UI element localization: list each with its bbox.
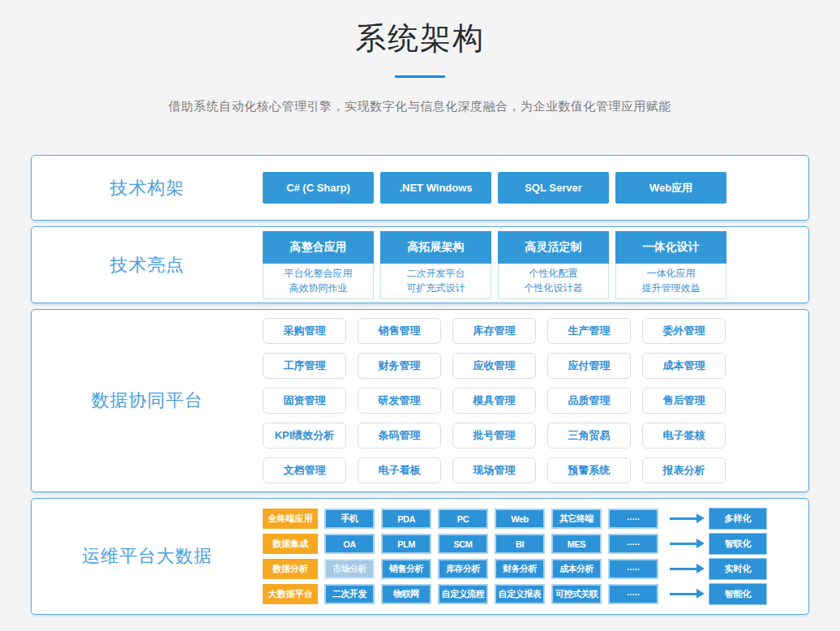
module-chip-kpi[interactable]: KPI绩效分析 <box>263 423 346 449</box>
ops-item: 销售分析 <box>381 559 431 579</box>
ops-rows: 全终端应用 手机 PDA PC Web 其它终端 ····· 多样化 数据集成 … <box>263 508 808 605</box>
ops-item: MES <box>551 534 602 554</box>
section-data-platform: 数据协同平台 采购管理 销售管理 库存管理 生产管理 委外管理 工序管理 财务管… <box>31 309 809 492</box>
highlight-card-title: 高拓展架构 <box>380 231 491 264</box>
ops-result-badge: 智能化 <box>709 583 767 605</box>
ops-item: BI <box>495 534 545 554</box>
module-chip-sales[interactable]: 销售管理 <box>358 318 441 344</box>
tech-highlights-label: 技术亮点 <box>32 253 263 277</box>
highlight-line: 二次开发平台 <box>381 266 491 281</box>
ops-item: 其它终端 <box>551 509 602 529</box>
tech-button-csharp[interactable]: C# (C Sharp) <box>263 172 374 204</box>
ops-item: Web <box>495 509 545 529</box>
highlight-card-body: 个性化配置 个性化设计器 <box>498 264 609 299</box>
highlight-card-title: 一体化设计 <box>615 231 726 264</box>
module-chip-rnd[interactable]: 研发管理 <box>358 388 441 414</box>
tech-button-dotnet[interactable]: .NET Windows <box>380 172 491 204</box>
page-header: 系统架构 借助系统自动化核心管理引擎，实现数字化与信息化深度融合，为企业数值化管… <box>0 0 840 114</box>
highlight-line: 高效协同作业 <box>264 281 373 295</box>
highlight-card-body: 平台化整合应用 高效协同作业 <box>263 264 374 299</box>
module-chip-receivable[interactable]: 应收管理 <box>452 353 536 379</box>
page-subtitle: 借助系统自动化核心管理引擎，实现数字化与信息化深度融合，为企业数值化管理应用赋能 <box>0 99 840 114</box>
module-chip-inventory[interactable]: 库存管理 <box>452 318 536 344</box>
section-ops-platform: 运维平台大数据 全终端应用 手机 PDA PC Web 其它终端 ····· 多… <box>31 498 809 615</box>
highlight-card-body: 二次开发平台 可扩充式设计 <box>380 264 491 299</box>
highlight-card-body: 一体化应用 提升管理效益 <box>615 264 726 299</box>
module-chip-payable[interactable]: 应付管理 <box>547 353 631 379</box>
module-chip-purchase[interactable]: 采购管理 <box>263 318 346 344</box>
module-chip-shopfloor[interactable]: 现场管理 <box>452 457 536 483</box>
ops-item-more: ····· <box>608 534 658 554</box>
ops-item: 自定义流程 <box>438 584 488 604</box>
highlight-line: 平台化整合应用 <box>264 266 373 281</box>
module-chip-report[interactable]: 报表分析 <box>642 457 726 483</box>
module-chip-fixed-assets[interactable]: 固资管理 <box>263 388 346 414</box>
module-chip-outsourcing[interactable]: 委外管理 <box>642 318 726 344</box>
module-chip-quality[interactable]: 品质管理 <box>547 388 631 414</box>
module-chip-batch[interactable]: 批号管理 <box>452 423 536 449</box>
ops-item: SCM <box>438 534 488 554</box>
page-title: 系统架构 <box>0 18 840 59</box>
highlight-line: 个性化设计器 <box>499 281 608 295</box>
title-underline <box>395 75 445 78</box>
module-grid: 采购管理 销售管理 库存管理 生产管理 委外管理 工序管理 财务管理 应收管理 … <box>263 316 808 485</box>
highlight-card-title: 高灵活定制 <box>498 231 609 264</box>
module-chip-document[interactable]: 文档管理 <box>263 457 346 483</box>
module-chip-esign[interactable]: 电子签核 <box>642 423 726 449</box>
section-tech-framework: 技术构架 C# (C Sharp) .NET Windows SQL Serve… <box>31 155 809 221</box>
module-chip-aftersales[interactable]: 售后管理 <box>642 388 726 414</box>
highlight-card: 高整合应用 平台化整合应用 高效协同作业 <box>263 231 374 299</box>
module-chip-process[interactable]: 工序管理 <box>263 353 346 379</box>
highlight-card-title: 高整合应用 <box>263 231 374 264</box>
ops-result-badge: 多样化 <box>709 508 767 530</box>
module-chip-alert[interactable]: 预警系统 <box>547 457 631 483</box>
ops-item: 财务分析 <box>495 559 545 579</box>
module-chip-barcode[interactable]: 条码管理 <box>358 423 441 449</box>
right-arrow-icon <box>670 593 697 595</box>
ops-platform-label: 运维平台大数据 <box>32 544 263 569</box>
ops-item: PC <box>438 509 488 529</box>
module-chip-kanban[interactable]: 电子看板 <box>358 457 441 483</box>
ops-item: 市场分析 <box>324 559 375 579</box>
ops-item-more: ····· <box>608 559 658 579</box>
ops-item: PLM <box>381 534 431 554</box>
tech-button-webapp[interactable]: Web应用 <box>615 172 726 204</box>
sections-container: 技术构架 C# (C Sharp) .NET Windows SQL Serve… <box>31 155 809 615</box>
ops-row-integration: 数据集成 OA PLM SCM BI MES ····· 智联化 <box>263 533 808 555</box>
highlight-card: 高灵活定制 个性化配置 个性化设计器 <box>498 231 609 299</box>
module-chip-mold[interactable]: 模具管理 <box>452 388 536 414</box>
ops-row-bigdata: 大数据平台 二次开发 物联网 自定义流程 自定义报表 可控式关联 ····· 智… <box>263 583 808 605</box>
highlight-card: 一体化设计 一体化应用 提升管理效益 <box>615 231 726 299</box>
tech-framework-row: C# (C Sharp) .NET Windows SQL Server Web… <box>263 172 808 204</box>
module-chip-cost[interactable]: 成本管理 <box>642 353 726 379</box>
ops-item: 物联网 <box>381 584 431 604</box>
tech-button-sqlserver[interactable]: SQL Server <box>498 172 609 204</box>
ops-item-more: ····· <box>608 584 658 604</box>
module-chip-finance[interactable]: 财务管理 <box>358 353 441 379</box>
module-chip-production[interactable]: 生产管理 <box>547 318 631 344</box>
ops-category-badge: 大数据平台 <box>263 584 318 604</box>
highlight-line: 提升管理效益 <box>616 281 726 295</box>
right-arrow-icon <box>670 568 697 570</box>
ops-item: 二次开发 <box>324 584 375 604</box>
module-chip-triangle-trade[interactable]: 三角贸易 <box>547 423 631 449</box>
ops-category-badge: 数据分析 <box>263 559 318 579</box>
ops-result-badge: 实时化 <box>709 558 767 580</box>
ops-item-more: ····· <box>608 509 658 529</box>
ops-result-badge: 智联化 <box>709 533 767 555</box>
ops-item: 可控式关联 <box>551 584 602 604</box>
ops-item: 手机 <box>324 509 375 529</box>
right-arrow-icon <box>670 517 697 520</box>
highlight-line: 个性化配置 <box>499 266 608 281</box>
ops-category-badge: 全终端应用 <box>263 509 318 529</box>
ops-item: OA <box>324 534 375 554</box>
right-arrow-icon <box>670 543 697 545</box>
ops-category-badge: 数据集成 <box>263 534 318 554</box>
system-architecture-page: 系统架构 借助系统自动化核心管理引擎，实现数字化与信息化深度融合，为企业数值化管… <box>0 0 840 615</box>
ops-item: PDA <box>381 509 431 529</box>
highlight-line: 可扩充式设计 <box>381 281 491 295</box>
section-tech-highlights: 技术亮点 高整合应用 平台化整合应用 高效协同作业 高拓展架构 二次开发平台 可… <box>31 226 809 303</box>
data-platform-label: 数据协同平台 <box>32 388 263 413</box>
ops-item: 库存分析 <box>438 559 488 579</box>
ops-row-analytics: 数据分析 市场分析 销售分析 库存分析 财务分析 成本分析 ····· 实时化 <box>263 558 808 580</box>
